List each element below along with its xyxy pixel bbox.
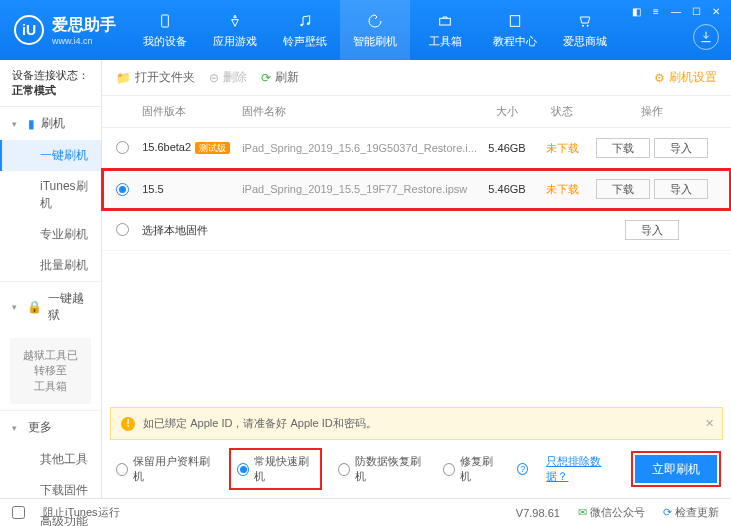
block-itunes-checkbox[interactable] xyxy=(12,506,25,519)
beta-tag: 测试版 xyxy=(195,142,230,154)
local-firmware-row[interactable]: 选择本地固件 导入 xyxy=(102,210,731,251)
fw-version: 15.6beta2 xyxy=(142,141,191,153)
sidebar-item-other-tools[interactable]: 其他工具 xyxy=(0,444,101,475)
nav-ringtones[interactable]: 铃声壁纸 xyxy=(270,0,340,60)
nav-mall[interactable]: 爱思商城 xyxy=(550,0,620,60)
col-size: 大小 xyxy=(477,104,537,119)
chevron-down-icon: ▾ xyxy=(12,423,22,433)
svg-rect-0 xyxy=(162,15,169,27)
download-button[interactable]: 下载 xyxy=(596,179,650,199)
minimize-button[interactable]: — xyxy=(667,4,685,18)
col-name: 固件名称 xyxy=(242,104,477,119)
mode-quick-flash[interactable]: 常规快速刷机 xyxy=(231,450,320,488)
nav-toolbox[interactable]: 工具箱 xyxy=(410,0,480,60)
col-status: 状态 xyxy=(537,104,587,119)
refresh-icon: ⟳ xyxy=(261,71,271,85)
warning-text: 如已绑定 Apple ID，请准备好 Apple ID和密码。 xyxy=(143,416,377,431)
mode-repair[interactable]: 修复刷机 xyxy=(443,454,500,484)
menu-button[interactable]: ≡ xyxy=(647,4,665,18)
nav-label: 智能刷机 xyxy=(353,34,397,49)
svg-point-6 xyxy=(587,24,589,26)
app-name: 爱思助手 xyxy=(52,15,116,36)
section-label: 更多 xyxy=(28,419,52,436)
svg-point-2 xyxy=(307,22,310,25)
svg-rect-3 xyxy=(440,18,451,25)
refresh-button[interactable]: ⟳刷新 xyxy=(261,69,299,86)
check-update-link[interactable]: ⟳ 检查更新 xyxy=(663,505,719,520)
sidebar-section-flash[interactable]: ▾▮刷机 xyxy=(0,107,101,140)
sidebar-item-download-fw[interactable]: 下载固件 xyxy=(0,475,101,506)
skin-button[interactable]: ◧ xyxy=(627,4,645,18)
nav-label: 应用游戏 xyxy=(213,34,257,49)
firmware-row[interactable]: 15.6beta2测试版 iPad_Spring_2019_15.6_19G50… xyxy=(102,128,731,169)
book-icon xyxy=(506,12,524,30)
toolbox-icon xyxy=(436,12,454,30)
fw-status: 未下载 xyxy=(537,141,587,156)
exclude-data-link[interactable]: 只想排除数据？ xyxy=(546,454,616,484)
warning-icon: ! xyxy=(121,417,135,431)
flash-icon xyxy=(366,12,384,30)
wechat-icon: ✉ xyxy=(578,506,587,518)
close-button[interactable]: ✕ xyxy=(707,4,725,18)
music-icon xyxy=(296,12,314,30)
nav-flash[interactable]: 智能刷机 xyxy=(340,0,410,60)
app-logo: iU xyxy=(14,15,44,45)
row-radio[interactable] xyxy=(116,223,129,236)
col-version: 固件版本 xyxy=(142,104,242,119)
fw-size: 5.46GB xyxy=(477,183,537,195)
download-button[interactable]: 下载 xyxy=(596,138,650,158)
fw-status: 未下载 xyxy=(537,182,587,197)
phone-icon xyxy=(156,12,174,30)
warning-close-button[interactable]: ✕ xyxy=(705,417,714,430)
maximize-button[interactable]: ☐ xyxy=(687,4,705,18)
sidebar-item-batch-flash[interactable]: 批量刷机 xyxy=(0,250,101,281)
import-button[interactable]: 导入 xyxy=(654,138,708,158)
mode-keep-data[interactable]: 保留用户资料刷机 xyxy=(116,454,213,484)
sidebar-item-oneclick-flash[interactable]: 一键刷机 xyxy=(0,140,101,171)
sidebar-item-itunes-flash[interactable]: iTunes刷机 xyxy=(0,171,101,219)
help-icon[interactable]: ? xyxy=(517,463,528,475)
open-folder-button[interactable]: 📁打开文件夹 xyxy=(116,69,195,86)
version-label: V7.98.61 xyxy=(516,507,560,519)
firmware-row-selected[interactable]: 15.5 iPad_Spring_2019_15.5_19F77_Restore… xyxy=(102,169,731,210)
apps-icon xyxy=(226,12,244,30)
row-radio[interactable] xyxy=(116,183,129,196)
nav-apps[interactable]: 应用游戏 xyxy=(200,0,270,60)
wechat-link[interactable]: ✉ 微信公众号 xyxy=(578,505,645,520)
delete-icon: ⊖ xyxy=(209,71,219,85)
nav-label: 铃声壁纸 xyxy=(283,34,327,49)
delete-button[interactable]: ⊖删除 xyxy=(209,69,247,86)
flash-now-button[interactable]: 立即刷机 xyxy=(635,455,717,483)
flash-settings-button[interactable]: ⚙刷机设置 xyxy=(654,69,717,86)
fw-version: 15.5 xyxy=(142,183,163,195)
download-manager-button[interactable] xyxy=(693,24,719,50)
sidebar-section-more[interactable]: ▾更多 xyxy=(0,411,101,444)
nav-label: 工具箱 xyxy=(429,34,462,49)
folder-icon: 📁 xyxy=(116,71,131,85)
row-radio[interactable] xyxy=(116,141,129,154)
fw-size: 5.46GB xyxy=(477,142,537,154)
sidebar-item-pro-flash[interactable]: 专业刷机 xyxy=(0,219,101,250)
sidebar-section-jailbreak[interactable]: ▾🔒一键越狱 xyxy=(0,282,101,332)
connection-status: 设备连接状态：正常模式 xyxy=(0,60,101,107)
nav-label: 教程中心 xyxy=(493,34,537,49)
fw-filename: iPad_Spring_2019_15.5_19F77_Restore.ipsw xyxy=(242,183,477,195)
nav-tutorial[interactable]: 教程中心 xyxy=(480,0,550,60)
svg-point-1 xyxy=(300,23,303,26)
gear-icon: ⚙ xyxy=(654,71,665,85)
section-label: 一键越狱 xyxy=(48,290,90,324)
import-button[interactable]: 导入 xyxy=(654,179,708,199)
svg-point-5 xyxy=(582,24,584,26)
fw-filename: iPad_Spring_2019_15.6_19G5037d_Restore.i… xyxy=(242,142,477,154)
nav-my-device[interactable]: 我的设备 xyxy=(130,0,200,60)
svg-rect-4 xyxy=(510,15,519,26)
chevron-down-icon: ▾ xyxy=(12,119,22,129)
chevron-down-icon: ▾ xyxy=(12,302,21,312)
app-url: www.i4.cn xyxy=(52,36,116,46)
update-icon: ⟳ xyxy=(663,506,672,518)
cart-icon xyxy=(576,12,594,30)
import-button[interactable]: 导入 xyxy=(625,220,679,240)
col-ops: 操作 xyxy=(587,104,717,119)
mode-anti-recovery[interactable]: 防数据恢复刷机 xyxy=(338,454,425,484)
local-fw-label: 选择本地固件 xyxy=(142,223,309,238)
